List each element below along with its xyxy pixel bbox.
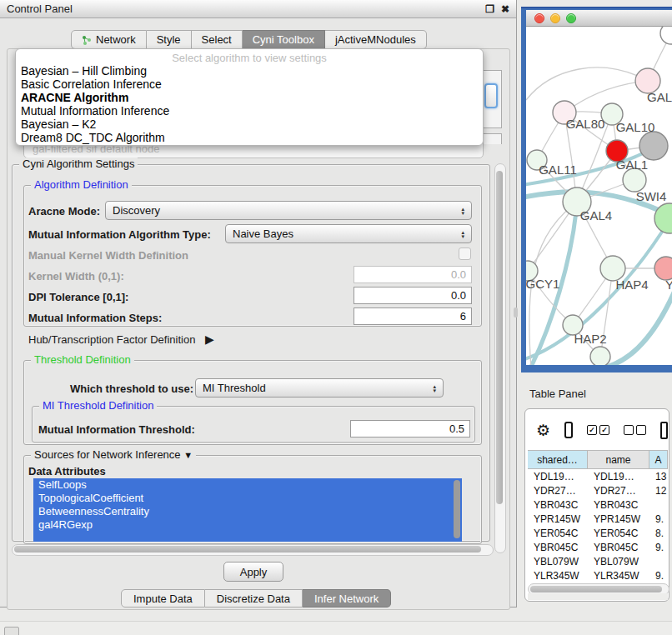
table-cell: YBR045C: [588, 540, 649, 554]
tab-style[interactable]: Style: [147, 30, 192, 49]
tab-impute-data[interactable]: Impute Data: [121, 589, 205, 608]
mi-steps-field[interactable]: 6: [354, 308, 472, 325]
algorithm-option[interactable]: ARACNE Algorithm: [16, 91, 483, 104]
settings-horizontal-scrollbar[interactable]: [12, 544, 494, 556]
mi-steps-label: Mutual Information Steps:: [28, 312, 162, 324]
tab-cyni-toolbox[interactable]: Cyni Toolbox: [243, 30, 325, 49]
table-cell: 9.: [649, 512, 668, 526]
table-row[interactable]: YER054CYER054C8.: [528, 526, 668, 540]
minimize-traffic-light-icon[interactable]: [550, 13, 560, 23]
network-node-n-salmon[interactable]: [654, 257, 672, 280]
settings-vertical-scrollbar[interactable]: [494, 163, 506, 553]
kernel-width-field[interactable]: 0.0: [354, 266, 472, 283]
algorithm-option[interactable]: Bayesian – K2: [16, 118, 483, 131]
table-cell: 9.: [649, 568, 668, 582]
table-cell: YDL19…: [588, 469, 649, 483]
close-traffic-light-icon[interactable]: [534, 13, 544, 23]
dpi-tolerance-label: DPI Tolerance [0,1]:: [28, 291, 128, 303]
table-toolbar: ⚙ ✓✓: [528, 417, 668, 443]
table-row[interactable]: YBR045CYBR045C9.: [528, 540, 668, 554]
tab-infer-network[interactable]: Infer Network: [303, 589, 391, 608]
hub-section-toggle[interactable]: Hub/Transcription Factor Definition ▶: [28, 332, 214, 346]
network-node-n-bottom[interactable]: [590, 347, 610, 365]
stepper-arrows-icon: ▴▾: [461, 230, 464, 238]
tab-select[interactable]: Select: [192, 30, 243, 49]
corner-widget-icon[interactable]: [4, 627, 19, 635]
tab-label: Style: [157, 33, 181, 46]
table-cell: 13: [649, 469, 668, 483]
apply-button[interactable]: Apply: [223, 562, 283, 582]
table-body: YDL19…YDL19…13YDR27…YDR27…12YBR043CYBR04…: [528, 469, 668, 583]
attribute-item[interactable]: TopologicalCoefficient: [33, 492, 462, 505]
manual-kernel-checkbox[interactable]: [459, 248, 471, 260]
table-cell: YBR045C: [528, 540, 588, 554]
network-node-n-gray[interactable]: [639, 132, 668, 160]
splitter-handle[interactable]: [514, 308, 518, 318]
window-title: Control Panel: [7, 2, 73, 15]
which-threshold-combo[interactable]: MI Threshold ▴▾: [195, 378, 444, 398]
tab-jactivemnodules[interactable]: jActiveMNodules: [325, 30, 427, 49]
table-cell: YPR145W: [588, 512, 649, 526]
table-row[interactable]: YDL19…YDL19…13: [528, 469, 668, 483]
dpi-tolerance-field[interactable]: 0.0: [354, 287, 472, 304]
mi-algorithm-type-combo[interactable]: Naive Bayes ▴▾: [225, 224, 472, 243]
table-cell: 12: [649, 483, 668, 498]
attribute-item[interactable]: SelfLoops: [33, 478, 462, 492]
table-column-header[interactable]: name: [588, 451, 649, 468]
kernel-width-value: 0.0: [451, 268, 466, 281]
network-node-label: GAL1: [616, 158, 648, 172]
zoom-traffic-light-icon[interactable]: [566, 13, 576, 23]
table-cell: YER054C: [528, 526, 588, 540]
tab-discretize-data[interactable]: Discretize Data: [205, 589, 303, 608]
network-node-n-top[interactable]: [660, 27, 672, 44]
aracne-mode-label: Aracne Mode:: [28, 205, 100, 218]
network-window-titlebar[interactable]: [526, 10, 672, 27]
network-canvas[interactable]: GALGAL80GAL10GAL1GAL11SWI4GAL4GCY1HAP4YH…: [526, 27, 672, 365]
attribute-item[interactable]: BetweennessCentrality: [33, 505, 462, 518]
table-column-header[interactable]: A: [649, 451, 668, 468]
algorithm-option[interactable]: Dream8 DC_TDC Algorithm: [16, 131, 483, 144]
table-cell: [649, 554, 668, 568]
network-node-label: Y: [665, 278, 672, 292]
table-row[interactable]: YDR27…YDR27…12: [528, 483, 668, 498]
aracne-mode-combo[interactable]: Discovery ▴▾: [105, 201, 472, 220]
tab-label: Infer Network: [314, 592, 379, 605]
attribute-item[interactable]: gal4RGexp: [33, 518, 462, 532]
split-columns-icon[interactable]: [564, 422, 573, 438]
table-cell: 8.: [649, 526, 668, 540]
table-column-header[interactable]: shared…: [528, 451, 588, 468]
group-title: Cyni Algorithm Settings: [19, 158, 138, 170]
mi-threshold-field[interactable]: 0.5: [350, 420, 470, 438]
table-panel-title: Table Panel: [529, 388, 586, 400]
restore-icon[interactable]: ❐: [485, 4, 494, 14]
checked-pair-icon[interactable]: ✓✓: [587, 425, 609, 435]
attributes-scrollbar[interactable]: [454, 480, 460, 538]
network-icon: [82, 35, 92, 45]
network-node-SWI4[interactable]: [623, 168, 646, 192]
close-icon[interactable]: ✖: [501, 4, 509, 14]
table-cell: YLR345W: [588, 568, 649, 582]
unchecked-pair-icon[interactable]: [624, 425, 646, 435]
algorithm-option[interactable]: Mutual Information Inference: [16, 104, 483, 118]
network-node-label: HAP4: [615, 278, 648, 292]
table-row[interactable]: YLR345WYLR345W9.: [528, 568, 668, 582]
table-row[interactable]: YBL079WYBL079W: [528, 554, 668, 568]
which-threshold-label: Which threshold to use:: [70, 382, 193, 395]
mi-algorithm-type-label: Mutual Information Algorithm Type:: [28, 228, 211, 241]
node-table: shared…nameA YDL19…YDL19…13YDR27…YDR27…1…: [528, 450, 668, 583]
algorithm-option[interactable]: Bayesian – Hill Climbing: [16, 64, 483, 78]
table-cell: YDR27…: [528, 483, 588, 498]
network-node-label: GCY1: [526, 277, 559, 291]
sources-group-title[interactable]: Sources for Network Inference ▼: [31, 448, 196, 461]
dpi-tolerance-value: 0.0: [451, 289, 466, 302]
data-attributes-list[interactable]: SelfLoopsTopologicalCoefficientBetweenne…: [33, 478, 462, 542]
algorithm-option[interactable]: Basic Correlation Inference: [16, 78, 483, 91]
table-row[interactable]: YPR145WYPR145W9.: [528, 512, 668, 526]
mi-threshold-value: 0.5: [449, 422, 464, 435]
table-row[interactable]: YBR043CYBR043C: [528, 498, 668, 512]
table-cell: YDL19…: [528, 469, 588, 483]
gear-icon[interactable]: ⚙: [536, 422, 550, 438]
mi-algorithm-type-value: Naive Bayes: [233, 228, 293, 240]
tab-network[interactable]: Network: [71, 30, 147, 49]
document-icon[interactable]: [660, 422, 668, 439]
